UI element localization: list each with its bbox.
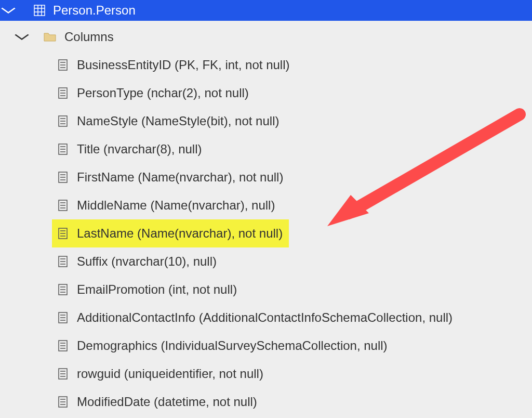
svg-rect-0 — [34, 5, 45, 16]
column-label: EmailPromotion (int, not null) — [77, 282, 237, 297]
column-icon — [57, 143, 69, 155]
column-item[interactable]: FirstName (Name(nvarchar), not null) — [0, 163, 532, 191]
column-label: LastName (Name(nvarchar), not null) — [77, 226, 283, 241]
column-icon — [57, 228, 69, 239]
column-item[interactable]: AdditionalContactInfo (AdditionalContact… — [0, 304, 532, 332]
column-item[interactable]: PersonType (nchar(2), not null) — [0, 79, 532, 107]
column-item[interactable]: LastName (Name(nvarchar), not null) — [52, 219, 289, 247]
table-title: Person.Person — [53, 3, 136, 18]
column-item[interactable]: MiddleName (Name(nvarchar), null) — [0, 191, 532, 219]
column-item[interactable]: ModifiedDate (datetime, not null) — [0, 388, 532, 416]
column-icon — [57, 87, 69, 99]
chevron-down-icon[interactable] — [13, 31, 31, 43]
column-item[interactable]: Title (nvarchar(8), null) — [0, 135, 532, 163]
column-icon — [57, 284, 69, 295]
column-icon — [57, 256, 69, 267]
column-item[interactable]: rowguid (uniqueidentifier, not null) — [0, 360, 532, 388]
column-label: AdditionalContactInfo (AdditionalContact… — [77, 310, 453, 325]
column-label: rowguid (uniqueidentifier, not null) — [77, 367, 263, 381]
column-item[interactable]: NameStyle (NameStyle(bit), not null) — [0, 107, 532, 135]
column-icon — [57, 59, 69, 71]
column-label: PersonType (nchar(2), not null) — [77, 86, 249, 100]
column-item[interactable]: Suffix (nvarchar(10), null) — [0, 247, 532, 276]
chevron-down-icon[interactable] — [0, 4, 17, 17]
tree-body: Columns BusinessEntityID (PK, FK, int, n… — [0, 21, 532, 416]
columns-label: Columns — [64, 30, 114, 44]
table-icon — [33, 4, 46, 17]
column-label: BusinessEntityID (PK, FK, int, not null) — [77, 58, 290, 72]
column-icon — [57, 368, 69, 380]
column-item[interactable]: EmailPromotion (int, not null) — [0, 276, 532, 304]
column-label: FirstName (Name(nvarchar), not null) — [77, 170, 283, 185]
column-label: Suffix (nvarchar(10), null) — [77, 254, 217, 269]
columns-folder[interactable]: Columns — [0, 23, 532, 51]
column-label: Title (nvarchar(8), null) — [77, 142, 202, 156]
column-label: Demographics (IndividualSurveySchemaColl… — [77, 338, 388, 353]
column-label: MiddleName (Name(nvarchar), null) — [77, 198, 275, 213]
folder-icon — [44, 31, 56, 43]
column-icon — [57, 115, 69, 127]
column-icon — [57, 200, 69, 211]
column-label: NameStyle (NameStyle(bit), not null) — [77, 114, 279, 128]
column-label: ModifiedDate (datetime, not null) — [77, 395, 257, 409]
column-icon — [57, 172, 69, 183]
column-icon — [57, 340, 69, 351]
column-item[interactable]: BusinessEntityID (PK, FK, int, not null) — [0, 51, 532, 79]
column-icon — [57, 312, 69, 323]
column-item[interactable]: Demographics (IndividualSurveySchemaColl… — [0, 332, 532, 360]
column-icon — [57, 396, 69, 408]
table-header[interactable]: Person.Person — [0, 0, 532, 21]
